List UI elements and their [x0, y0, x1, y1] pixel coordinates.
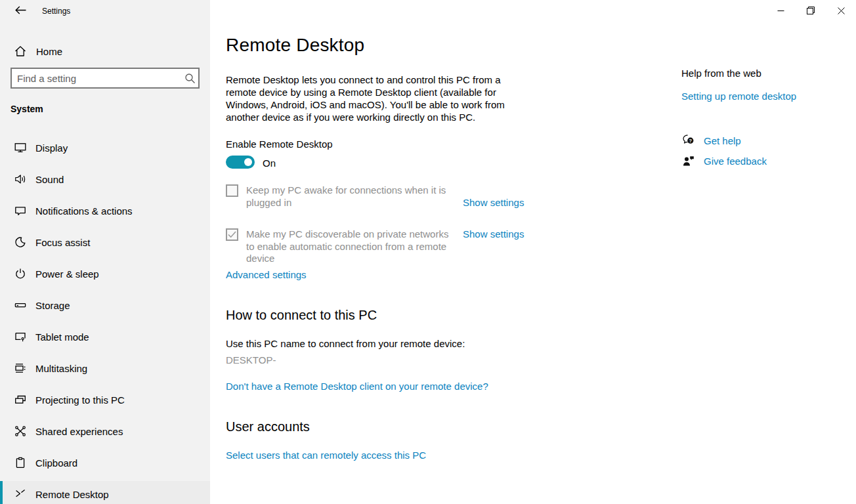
enable-remote-desktop-label: Enable Remote Desktop [226, 138, 333, 150]
focus-assist-icon [14, 236, 27, 249]
sidebar-item-label: Remote Desktop [35, 489, 109, 500]
sidebar-nav-list: Display Sound Notifications & actions Fo… [0, 135, 210, 504]
keep-awake-row: Keep my PC awake for connections when it… [226, 184, 458, 209]
checkmark-icon [228, 231, 236, 238]
sidebar-item-label: Tablet mode [35, 331, 89, 343]
sidebar-item-tablet-mode[interactable]: Tablet mode [0, 324, 210, 350]
connect-section-heading: How to connect to this PC [226, 308, 377, 323]
get-help-row[interactable]: ? Get help [681, 133, 741, 148]
discoverable-show-settings-link[interactable]: Show settings [463, 228, 524, 240]
sidebar-item-display[interactable]: Display [0, 135, 210, 161]
sidebar-item-home[interactable]: Home [0, 38, 210, 64]
sidebar-item-label: Focus assist [35, 237, 90, 248]
sidebar-item-label: Projecting to this PC [35, 394, 125, 406]
sidebar-item-multitasking[interactable]: Multitasking [0, 355, 210, 381]
user-accounts-heading: User accounts [226, 419, 310, 434]
minimize-button[interactable] [765, 0, 796, 21]
sidebar-item-power-sleep[interactable]: Power & sleep [0, 261, 210, 287]
help-from-web-heading: Help from the web [681, 68, 761, 79]
search-input[interactable] [12, 73, 181, 84]
select-users-link[interactable]: Select users that can remotely access th… [226, 450, 426, 461]
sidebar-item-remote-desktop[interactable]: Remote Desktop [0, 481, 210, 504]
notifications-icon [14, 204, 27, 217]
display-icon [14, 141, 27, 154]
toggle-knob [244, 158, 252, 166]
tablet-mode-icon [14, 330, 27, 343]
close-icon [838, 7, 845, 14]
app-title: Settings [42, 7, 70, 16]
remote-desktop-client-link[interactable]: Don't have a Remote Desktop client on yo… [226, 381, 488, 392]
enable-remote-desktop-toggle[interactable] [226, 156, 255, 169]
give-feedback-row[interactable]: Give feedback [681, 154, 767, 168]
storage-icon [14, 299, 27, 312]
close-button[interactable] [826, 0, 856, 21]
restore-button[interactable] [796, 0, 826, 21]
pc-name-instruction: Use this PC name to connect from your re… [226, 338, 465, 349]
give-feedback-link[interactable]: Give feedback [704, 156, 767, 167]
shared-experiences-icon [14, 425, 27, 438]
window-controls [765, 0, 856, 21]
page-title: Remote Desktop [226, 35, 364, 56]
keep-awake-label: Keep my PC awake for connections when it… [246, 184, 458, 209]
sidebar-item-label: Shared experiences [35, 426, 123, 437]
back-button[interactable] [5, 0, 35, 22]
discoverable-checkbox[interactable] [226, 228, 238, 241]
page-description: Remote Desktop lets you connect to and c… [226, 74, 523, 123]
search-box [11, 68, 200, 89]
keep-awake-checkbox[interactable] [226, 184, 238, 197]
setting-up-remote-desktop-link[interactable]: Setting up remote desktop [681, 91, 796, 102]
restore-icon [807, 7, 815, 14]
get-help-icon: ? [681, 133, 696, 148]
home-icon [14, 45, 27, 58]
sidebar-item-clipboard[interactable]: Clipboard [0, 450, 210, 476]
sidebar-item-label: Storage [35, 300, 70, 311]
back-arrow-icon [15, 5, 26, 17]
discoverable-row: Make my PC discoverable on private netwo… [226, 228, 458, 265]
sidebar-item-sound[interactable]: Sound [0, 166, 210, 192]
svg-text:?: ? [689, 138, 693, 144]
sidebar-item-label: Home [36, 46, 62, 57]
sidebar-item-label: Multitasking [35, 363, 87, 374]
clipboard-icon [14, 456, 27, 469]
sidebar-item-label: Display [35, 142, 68, 154]
sidebar-item-storage[interactable]: Storage [0, 292, 210, 318]
multitasking-icon [14, 362, 27, 375]
sidebar-item-label: Power & sleep [35, 268, 99, 280]
sidebar-item-projecting[interactable]: Projecting to this PC [0, 387, 210, 413]
power-icon [14, 267, 27, 280]
sidebar-item-notifications[interactable]: Notifications & actions [0, 198, 210, 224]
get-help-link[interactable]: Get help [704, 135, 741, 146]
toggle-state-label: On [263, 158, 276, 169]
sidebar-section-header: System [11, 104, 43, 114]
settings-window: Settings Home System Display [0, 0, 856, 504]
sidebar: Settings Home System Display [0, 0, 210, 504]
advanced-settings-link[interactable]: Advanced settings [226, 269, 307, 280]
sidebar-item-shared-experiences[interactable]: Shared experiences [0, 418, 210, 444]
projecting-icon [14, 393, 27, 406]
remote-desktop-icon [14, 488, 27, 501]
sidebar-item-label: Notifications & actions [35, 205, 133, 217]
discoverable-label: Make my PC discoverable on private netwo… [246, 228, 458, 265]
sidebar-item-label: Sound [35, 174, 64, 185]
sidebar-item-label: Clipboard [35, 457, 77, 469]
give-feedback-icon [681, 154, 696, 168]
pc-name-value: DESKTOP- [226, 354, 276, 366]
sidebar-item-focus-assist[interactable]: Focus assist [0, 229, 210, 255]
minimize-icon [777, 7, 784, 14]
keep-awake-show-settings-link[interactable]: Show settings [463, 197, 524, 208]
sound-icon [14, 173, 27, 186]
search-icon[interactable] [181, 73, 198, 84]
